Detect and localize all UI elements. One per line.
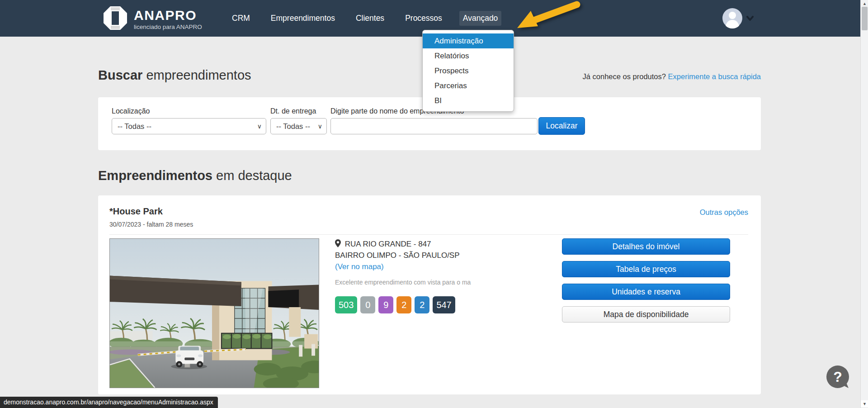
- brand-name: ANAPRO: [134, 8, 202, 23]
- anapro-logo: ANAPRO licenciado para ANAPRO: [103, 6, 202, 32]
- select-chevron-icon: ∨: [318, 119, 322, 134]
- address-line-2: BAIRRO OLIMPO - SÃO PAULO/SP: [335, 250, 484, 261]
- page-scrollbar[interactable]: ▲ ▼: [860, 0, 868, 408]
- nav-item-processos[interactable]: Processos: [401, 11, 446, 26]
- scroll-up-arrow-icon[interactable]: ▲: [861, 0, 868, 7]
- menu-item-administracao[interactable]: Administração: [423, 33, 514, 48]
- brand-subtitle: licenciado para ANAPRO: [134, 24, 202, 30]
- location-select[interactable]: -- Todas -- ∨: [112, 118, 266, 134]
- scrollbar-thumb[interactable]: [862, 7, 868, 30]
- property-image: [109, 238, 319, 388]
- see-on-map-link[interactable]: (Ver no mapa): [335, 262, 384, 271]
- price-table-button[interactable]: Tabela de preços: [562, 261, 730, 277]
- user-menu[interactable]: [722, 8, 754, 30]
- name-search-input[interactable]: [330, 118, 538, 134]
- nav-item-clientes[interactable]: Clientes: [352, 11, 388, 26]
- select-chevron-icon: ∨: [257, 119, 262, 134]
- status-badge: 2: [415, 296, 429, 313]
- link-target-status-bar: demonstracao.anapro.com.br/anapro/navega…: [0, 397, 218, 408]
- nav-item-avancado[interactable]: Avançado: [459, 11, 502, 26]
- featured-section-title: Empreendimentos em destaque: [98, 168, 292, 183]
- property-description: Excelente empreendimento com vista para …: [335, 279, 484, 286]
- quick-search-promo: Já conhece os produtos? Experimente a bu…: [583, 72, 761, 83]
- other-options-link[interactable]: Outras opções: [700, 208, 748, 217]
- address-line-1: RUA RIO GRANDE - 847: [335, 238, 484, 250]
- quick-search-link[interactable]: Experimente a busca rápida: [668, 72, 761, 81]
- menu-item-relatorios[interactable]: Relatórios: [423, 48, 514, 63]
- property-card: *House Park 30/07/2023 - faltam 28 meses…: [98, 195, 761, 394]
- location-label: Localização: [112, 107, 150, 115]
- localizar-button[interactable]: Localizar: [538, 117, 585, 135]
- map-pin-icon: [335, 241, 343, 249]
- units-reserve-button[interactable]: Unidades e reserva: [562, 284, 730, 300]
- anapro-octagon-icon: [103, 6, 127, 32]
- status-badge: 547: [433, 296, 455, 313]
- nav-item-crm[interactable]: CRM: [228, 11, 254, 26]
- svg-text:?: ?: [833, 369, 842, 385]
- nav-item-empreendimentos[interactable]: Empreendimentos: [267, 11, 339, 26]
- property-name: *House Park: [109, 206, 163, 217]
- status-badge: 0: [360, 296, 375, 313]
- divider: [109, 234, 748, 235]
- unit-status-badges: 503 0 9 2 2 547: [335, 296, 455, 313]
- avancado-dropdown-menu: Administração Relatórios Prospects Parce…: [422, 30, 514, 112]
- property-details-button[interactable]: Detalhes do imóvel: [562, 238, 730, 255]
- help-button[interactable]: ?: [825, 365, 851, 390]
- status-badge: 503: [335, 296, 357, 313]
- delivery-date-select[interactable]: -- Todas -- ∨: [270, 118, 327, 134]
- menu-item-bi[interactable]: BI: [423, 93, 514, 108]
- availability-map-button[interactable]: Mapa de disponibilidade: [562, 306, 730, 323]
- property-delivery-info: 30/07/2023 - faltam 28 meses: [109, 221, 193, 228]
- status-badge: 2: [396, 296, 411, 313]
- status-badge: 9: [378, 296, 393, 313]
- search-section-title: Buscar empreendimentos: [98, 68, 251, 83]
- avatar[interactable]: [722, 8, 743, 30]
- chevron-down-icon[interactable]: [746, 15, 754, 23]
- scroll-down-arrow-icon[interactable]: ▼: [861, 400, 868, 407]
- delivery-date-label: Dt. de entrega: [270, 107, 316, 115]
- menu-item-prospects[interactable]: Prospects: [423, 63, 514, 78]
- property-actions: Detalhes do imóvel Tabela de preços Unid…: [562, 238, 730, 323]
- menu-item-parcerias[interactable]: Parcerias: [423, 78, 514, 93]
